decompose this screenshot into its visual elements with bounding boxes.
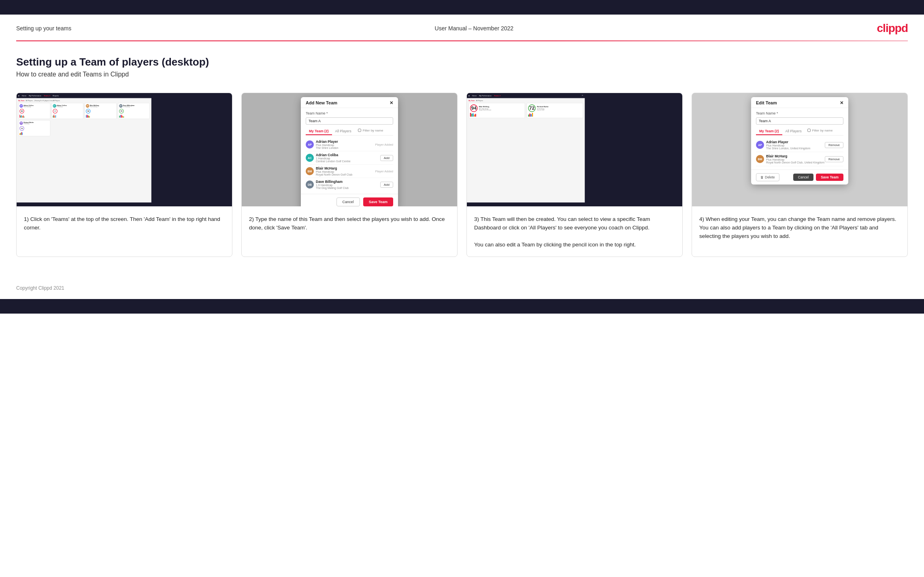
card-4-description: 4) When editing your Team, you can chang… <box>692 206 907 257</box>
bottom-bar <box>0 299 924 314</box>
player-row: BM Blair McHarg Plus HandicapRoyal North… <box>306 165 393 178</box>
modal-footer: Cancel Save Team <box>301 194 398 206</box>
edit-modal-title: Edit Team <box>756 100 777 105</box>
card-3-description: 3) This Team will then be created. You c… <box>467 206 682 257</box>
delete-button[interactable]: 🗑 Delete <box>756 173 779 181</box>
header: Setting up your teams User Manual – Nove… <box>0 15 924 40</box>
player-name: Blair McHarg <box>316 166 352 170</box>
save-team-button[interactable]: Save Team <box>363 197 393 206</box>
edit-tabs: My Team (2) All Players Filter by name <box>756 128 843 136</box>
screenshot-3: ■ Home My Performance Teams ▾ ✏ My Team … <box>467 93 682 206</box>
player-club: Plus HandicapRoyal North Devon Golf Club… <box>766 158 824 164</box>
player-list: AP Adrian Player Plus HandicapThe Shire … <box>306 138 393 191</box>
page-title: Setting up a Team of players (desktop) <box>16 56 908 68</box>
player-name: Adrian Player <box>766 140 810 144</box>
filter-by-name-checkbox[interactable] <box>807 129 811 132</box>
player-row: AP Adrian Player Plus HandicapThe Shire … <box>306 138 393 151</box>
player-club: Plus HandicapThe Shire London, United Ki… <box>766 144 810 150</box>
save-team-button[interactable]: Save Team <box>816 174 843 181</box>
remove-player-button[interactable]: Remove <box>825 156 843 162</box>
trash-icon: 🗑 <box>760 176 764 179</box>
player-row: AC Adrian Coliba 1 HandicapCentral Londo… <box>306 151 393 165</box>
card-4: Edit Team ✕ Team Name * My Team (2) All … <box>692 93 908 257</box>
card-1: ■ Home My Performance Teams ▾ Reports My… <box>16 93 232 257</box>
edit-team-name-input[interactable] <box>756 117 843 125</box>
add-new-team-modal: Add New Team ✕ Team Name * My Team (2) A… <box>301 97 398 206</box>
player-club: Plus HandicapRoyal North Devon Golf Club <box>316 170 352 176</box>
clippd-logo: clippd <box>877 22 908 35</box>
filter-label: Filter by name <box>812 129 833 132</box>
card-1-description: 1) Click on 'Teams' at the top of the sc… <box>17 206 232 257</box>
avatar: AC <box>306 154 314 162</box>
tab-all-players[interactable]: All Players <box>332 128 355 135</box>
edit-modal-header: Edit Team ✕ <box>751 97 848 108</box>
close-icon[interactable]: ✕ <box>390 101 393 105</box>
avatar: DB <box>306 180 314 189</box>
player-name: Adrian Coliba <box>316 153 351 157</box>
tab-all-players[interactable]: All Players <box>782 128 805 135</box>
cancel-button[interactable]: Cancel <box>336 197 360 206</box>
player-added-badge: Player Added <box>375 170 393 173</box>
copyright-text: Copyright Clippd 2021 <box>16 285 64 291</box>
edit-modal-body: Team Name * My Team (2) All Players Filt… <box>751 108 848 170</box>
top-bar <box>0 0 924 15</box>
edit-team-modal: Edit Team ✕ Team Name * My Team (2) All … <box>751 97 848 185</box>
filter-by-name-checkbox[interactable] <box>358 129 361 132</box>
avatar: AP <box>306 140 314 148</box>
player-club: 1.9 HandicapThe Dog Mating Golf Club <box>316 184 349 189</box>
modal-body: Team Name * My Team (2) All Players Filt… <box>301 108 398 194</box>
screenshot-2: Add New Team ✕ Team Name * My Team (2) A… <box>242 93 457 206</box>
player-name: Blair McHarg <box>766 154 824 158</box>
player-name: Dave Billingham <box>316 180 349 184</box>
card-3: ■ Home My Performance Teams ▾ ✏ My Team … <box>466 93 683 257</box>
add-player-button[interactable]: Add <box>380 155 393 161</box>
player-club: Plus HandicapThe Shire London <box>316 144 339 149</box>
screenshot-4: Edit Team ✕ Team Name * My Team (2) All … <box>692 93 907 206</box>
avatar: AP <box>756 141 764 149</box>
close-icon[interactable]: ✕ <box>840 101 843 105</box>
cancel-button[interactable]: Cancel <box>793 174 813 181</box>
team-name-input[interactable] <box>306 117 393 125</box>
player-added-badge: Player Added <box>375 143 393 146</box>
modal-tabs: My Team (2) All Players Filter by name <box>306 128 393 136</box>
player-row: DB Dave Billingham 1.9 HandicapThe Dog M… <box>306 178 393 191</box>
edit-player-row: AP Adrian Player Plus HandicapThe Shire … <box>756 138 843 152</box>
remove-player-button[interactable]: Remove <box>825 142 843 148</box>
page-footer: Copyright Clippd 2021 <box>0 281 924 299</box>
screenshot-1: ■ Home My Performance Teams ▾ Reports My… <box>17 93 232 206</box>
filter-by-name-label: Filter by name <box>363 129 383 132</box>
avatar: BM <box>756 155 764 163</box>
edit-player-row: BM Blair McHarg Plus HandicapRoyal North… <box>756 152 843 166</box>
header-manual-title: User Manual – November 2022 <box>435 25 514 32</box>
modal-header: Add New Team ✕ <box>301 97 398 108</box>
tab-my-team[interactable]: My Team (2) <box>306 128 332 135</box>
page-content: Setting up a Team of players (desktop) H… <box>0 41 924 281</box>
header-section-label: Setting up your teams <box>16 25 71 32</box>
edit-footer: 🗑 Delete Cancel Save Team <box>751 170 848 185</box>
add-player-button[interactable]: Add <box>380 182 393 188</box>
avatar: BM <box>306 167 314 175</box>
card-2-description: 2) Type the name of this Team and then s… <box>242 206 457 257</box>
team-name-label: Team Name * <box>756 111 843 115</box>
player-club: 1 HandicapCentral London Golf Centre <box>316 157 351 163</box>
cards-row: ■ Home My Performance Teams ▾ Reports My… <box>16 93 908 257</box>
card-2: Add New Team ✕ Team Name * My Team (2) A… <box>241 93 458 257</box>
page-subtitle: How to create and edit Teams in Clippd <box>16 71 908 78</box>
player-name: Adrian Player <box>316 140 339 144</box>
modal-title: Add New Team <box>306 100 337 105</box>
tab-my-team[interactable]: My Team (2) <box>756 128 782 135</box>
team-name-label: Team Name * <box>306 111 393 115</box>
